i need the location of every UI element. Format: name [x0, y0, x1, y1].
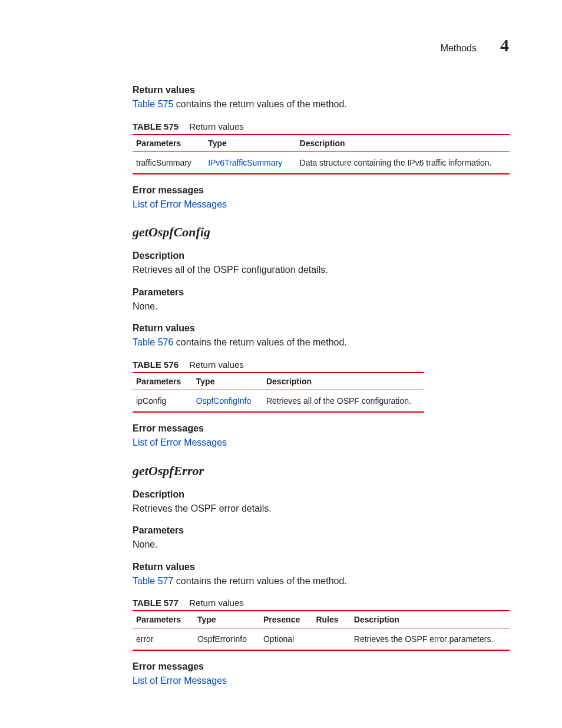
- return-values-tail: contains the return values of the method…: [173, 99, 346, 109]
- description-heading: Description: [133, 251, 509, 261]
- description-block-1: Description Retrieves all of the OSPF co…: [133, 251, 509, 276]
- table-title: Return values: [189, 598, 244, 608]
- table-label: TABLE 577: [133, 598, 178, 608]
- col-rules: Rules: [312, 611, 350, 628]
- description-block-2: Description Retrieves the OSPF error det…: [133, 489, 509, 515]
- description-text: Retrieves all of the OSPF configuration …: [133, 263, 509, 276]
- header-section-name: Methods: [441, 43, 477, 54]
- description-text: Retrieves the OSPF error details.: [133, 502, 509, 515]
- cell-param: error: [133, 628, 194, 651]
- error-messages-heading: Error messages: [133, 423, 509, 434]
- col-parameters: Parameters: [133, 373, 193, 390]
- cell-desc: Data structure containing the IPv6 traff…: [296, 151, 510, 174]
- cell-desc: Retrieves the OSPF error parameters.: [351, 628, 510, 651]
- table-link-577[interactable]: Table 577: [133, 576, 173, 586]
- return-values-block-576: Return values Table 576 contains the ret…: [133, 323, 509, 349]
- table-header-row: Parameters Type Description: [133, 134, 510, 152]
- return-values-heading: Return values: [133, 562, 509, 572]
- parameters-heading: Parameters: [133, 525, 509, 536]
- return-values-text: Table 577 contains the return values of …: [133, 575, 509, 588]
- return-values-text: Table 576 contains the return values of …: [133, 336, 509, 349]
- page-header: Methods 4: [133, 35, 509, 55]
- col-type: Type: [193, 373, 263, 390]
- parameters-heading: Parameters: [133, 287, 509, 298]
- cell-param: ipConfig: [133, 390, 193, 412]
- error-messages-link[interactable]: List of Error Messages: [133, 199, 227, 209]
- parameters-block-1: Parameters None.: [133, 287, 509, 313]
- table-577: Parameters Type Presence Rules Descripti…: [133, 610, 510, 651]
- cell-type-link[interactable]: IPv6TrafficSummary: [208, 158, 282, 167]
- cell-param: trafficSummary: [133, 151, 204, 174]
- col-presence: Presence: [260, 611, 312, 628]
- col-description: Description: [263, 373, 424, 390]
- description-heading: Description: [133, 489, 509, 500]
- return-values-heading: Return values: [133, 85, 509, 95]
- cell-desc: Retrieves all of the OSPF configuration.: [263, 390, 424, 412]
- table-label: TABLE 576: [133, 360, 178, 370]
- return-values-heading: Return values: [133, 323, 509, 334]
- header-chapter-number: 4: [500, 35, 509, 55]
- table-link-576[interactable]: Table 576: [133, 337, 173, 347]
- col-parameters: Parameters: [133, 134, 204, 152]
- table-row: error OspfErrorInfo Optional Retrieves t…: [133, 628, 510, 651]
- error-messages-block-2: Error messages List of Error Messages: [133, 423, 509, 449]
- table-row: trafficSummary IPv6TrafficSummary Data s…: [133, 151, 510, 174]
- parameters-text: None.: [133, 300, 509, 313]
- cell-type: OspfErrorInfo: [194, 628, 260, 651]
- error-messages-heading: Error messages: [133, 661, 509, 672]
- method-heading-getospfconfig: getOspfConfig: [133, 225, 509, 240]
- error-messages-block-3: Error messages List of Error Messages: [133, 661, 509, 687]
- table-caption-577: TABLE 577 Return values: [133, 598, 509, 608]
- parameters-block-2: Parameters None.: [133, 525, 509, 551]
- return-values-block-577: Return values Table 577 contains the ret…: [133, 562, 509, 588]
- error-messages-block-1: Error messages List of Error Messages: [133, 185, 509, 211]
- table-576: Parameters Type Description ipConfig Osp…: [133, 372, 424, 413]
- cell-rules: [312, 628, 350, 651]
- table-row: ipConfig OspfConfigInfo Retrieves all of…: [133, 390, 424, 412]
- parameters-text: None.: [133, 538, 509, 551]
- cell-type-link[interactable]: OspfConfigInfo: [196, 396, 251, 406]
- return-values-tail: contains the return values of the method…: [173, 576, 346, 586]
- table-575: Parameters Type Description trafficSumma…: [133, 134, 510, 174]
- return-values-text: Table 575 contains the return values of …: [133, 98, 509, 111]
- col-description: Description: [296, 134, 510, 152]
- col-type: Type: [204, 134, 296, 152]
- table-caption-576: TABLE 576 Return values: [133, 360, 509, 370]
- table-header-row: Parameters Type Description: [133, 373, 424, 390]
- table-label: TABLE 575: [133, 121, 178, 131]
- col-parameters: Parameters: [133, 611, 194, 628]
- col-description: Description: [351, 611, 510, 628]
- return-values-block-575: Return values Table 575 contains the ret…: [133, 85, 509, 111]
- cell-presence: Optional: [260, 628, 312, 651]
- table-title: Return values: [189, 360, 244, 370]
- table-header-row: Parameters Type Presence Rules Descripti…: [133, 611, 510, 628]
- method-heading-getospferror: getOspfError: [133, 463, 509, 479]
- return-values-tail: contains the return values of the method…: [173, 337, 346, 347]
- table-caption-575: TABLE 575 Return values: [133, 121, 509, 131]
- document-page: Methods 4 Return values Table 575 contai…: [0, 0, 562, 728]
- error-messages-link[interactable]: List of Error Messages: [133, 437, 227, 447]
- error-messages-heading: Error messages: [133, 185, 509, 196]
- col-type: Type: [194, 611, 260, 628]
- table-title: Return values: [189, 121, 244, 131]
- error-messages-link[interactable]: List of Error Messages: [133, 676, 227, 686]
- table-link-575[interactable]: Table 575: [133, 99, 173, 109]
